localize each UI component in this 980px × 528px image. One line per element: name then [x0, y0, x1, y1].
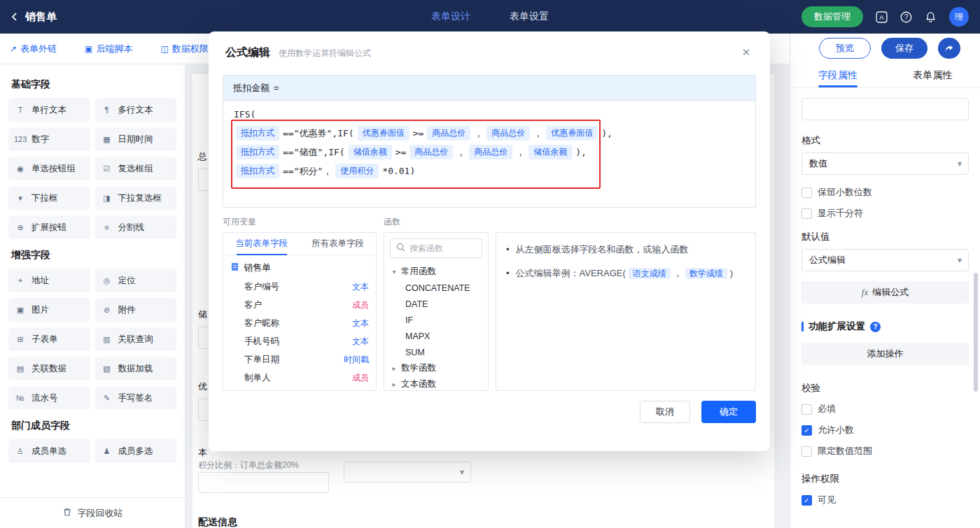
canvas-select[interactable] [344, 462, 471, 483]
variable-row[interactable]: 客户昵称文本 [223, 314, 376, 332]
field-button-single-line-text[interactable]: T单行文本 [8, 98, 90, 122]
field-button-linked-data[interactable]: ▤关联数据 [8, 357, 90, 380]
field-chip[interactable]: 商品总价 [410, 145, 453, 159]
edit-formula-button[interactable]: fx 编辑公式 [802, 281, 969, 304]
checkbox-required[interactable]: 必填 [802, 403, 969, 415]
tip-text: 从左侧面板选择字段名和函数，或输入函数 [516, 244, 689, 255]
checkbox-icon[interactable] [802, 495, 812, 506]
default-value-select[interactable]: 公式编辑 [802, 249, 969, 271]
language-icon[interactable]: A [876, 11, 888, 23]
field-chip[interactable]: 储值余额 [349, 145, 392, 159]
edit-formula-label: 编辑公式 [872, 286, 909, 299]
toolbar-item-backend-script[interactable]: ▣后端脚本 [85, 43, 132, 55]
function-item[interactable]: MAPX [384, 328, 488, 344]
field-chip[interactable]: 商品总价 [486, 126, 530, 141]
help-icon[interactable]: ? [900, 11, 912, 23]
field-button-dropdown[interactable]: ▾下拉框 [8, 186, 90, 210]
field-button-location[interactable]: ◎定位 [95, 269, 177, 292]
back-button[interactable]: 销售单 [0, 10, 57, 24]
field-button-subform[interactable]: ⊞子表单 [8, 327, 90, 351]
share-button[interactable] [938, 38, 960, 59]
variable-row[interactable]: 下单日期时间戳 [223, 350, 376, 369]
confirm-button[interactable]: 确定 [701, 401, 756, 423]
field-button-address[interactable]: ⌖地址 [8, 269, 90, 292]
function-item[interactable]: SUM [384, 344, 488, 360]
field-button-number[interactable]: 123数字 [8, 127, 90, 151]
formula-text: ), [575, 147, 587, 157]
bell-icon[interactable] [925, 11, 937, 23]
close-icon[interactable] [738, 44, 755, 61]
field-chip[interactable]: 抵扣方式 [236, 164, 279, 178]
data-manage-button[interactable]: 数据管理 [802, 6, 863, 27]
checkbox-visible[interactable]: 可见 [802, 494, 969, 506]
field-chip[interactable]: 优惠券面值 [358, 126, 410, 141]
field-button-datetime[interactable]: ▦日期时间 [95, 127, 177, 151]
tab-form-settings[interactable]: 表单设置 [510, 10, 549, 23]
checkbox-icon[interactable] [802, 208, 812, 219]
field-title-input[interactable] [802, 98, 969, 120]
field-button-member-single[interactable]: ♙成员单选 [8, 439, 90, 463]
tab-form-properties[interactable]: 表单属性 [886, 63, 980, 87]
function-item[interactable]: IF [384, 312, 488, 328]
field-chip[interactable]: 使用积分 [335, 164, 379, 178]
field-button-data-load[interactable]: ▧数据加载 [95, 357, 177, 380]
function-group-text[interactable]: ▸文本函数 [384, 376, 488, 391]
field-chip[interactable]: 商品总价 [427, 126, 470, 141]
toolbar-item-form-external-link[interactable]: ↗表单外链 [10, 43, 57, 55]
function-search[interactable] [390, 238, 482, 258]
checkbox-icon[interactable] [802, 425, 812, 436]
field-button-label: 复选框组 [118, 163, 153, 175]
field-button-checkbox-group[interactable]: ☑复选框组 [95, 157, 177, 180]
scrollbar[interactable] [974, 273, 978, 392]
field-chip[interactable]: 储值余额 [528, 145, 572, 159]
field-button-linked-query[interactable]: ▥关联查询 [95, 327, 177, 351]
function-group-common[interactable]: ▾常用函数 [384, 264, 488, 280]
field-button-serial-number[interactable]: №流水号 [8, 386, 90, 410]
field-button-extend-button[interactable]: ⊕扩展按钮 [8, 215, 90, 239]
form-tree-root[interactable]: 销售单 [223, 258, 376, 278]
tab-field-properties[interactable]: 字段属性 [790, 63, 886, 87]
tab-current-form-fields[interactable]: 当前表单字段 [223, 233, 300, 255]
tab-all-form-fields[interactable]: 所有表单字段 [300, 233, 376, 255]
checkbox-icon[interactable] [802, 446, 812, 457]
toolbar-item-data-permission[interactable]: ◫数据权限 [160, 43, 208, 55]
save-button[interactable]: 保存 [881, 38, 927, 59]
field-recycle-bin[interactable]: 字段回收站 [0, 497, 185, 528]
tab-form-design[interactable]: 表单设计 [431, 10, 470, 23]
add-action-button[interactable]: 添加操作 [802, 343, 969, 365]
preview-button[interactable]: 预览 [819, 38, 871, 59]
function-search-input[interactable] [410, 243, 476, 253]
modal-title: 公式编辑 [225, 45, 270, 60]
formula-editor[interactable]: IFS(抵扣方式=="优惠券",IF(优惠券面值>=商品总价，商品总价，优惠券面… [223, 101, 755, 207]
field-chip[interactable]: 抵扣方式 [236, 145, 279, 159]
checkbox-limit-range[interactable]: 限定数值范围 [802, 445, 969, 457]
function-item[interactable]: DATE [384, 296, 488, 312]
field-chip[interactable]: 商品总价 [469, 145, 512, 159]
field-chip[interactable]: 优惠券面值 [546, 126, 598, 141]
checkbox-icon[interactable] [802, 187, 812, 198]
format-select[interactable]: 数值 [802, 152, 969, 175]
points-input[interactable] [198, 472, 329, 493]
field-button-signature[interactable]: ✎手写签名 [95, 386, 177, 410]
variable-row[interactable]: 手机号码文本 [223, 332, 376, 350]
cancel-button[interactable]: 取消 [640, 401, 690, 423]
field-button-multi-line-text[interactable]: ¶多行文本 [95, 98, 177, 122]
function-item[interactable]: CONCATENATE [384, 280, 488, 296]
field-chip[interactable]: 抵扣方式 [236, 126, 279, 141]
function-group-math[interactable]: ▸数学函数 [384, 360, 488, 376]
field-button-attachment[interactable]: ⊘附件 [95, 298, 177, 322]
field-button-dropdown-multi[interactable]: ◨下拉复选框 [95, 186, 177, 210]
checkbox-allow-decimal[interactable]: 允许小数 [802, 424, 969, 436]
help-circle-icon[interactable] [870, 322, 881, 332]
checkbox-thousand-sep[interactable]: 显示千分符 [802, 207, 969, 220]
avatar[interactable]: 理 [949, 7, 969, 27]
field-button-member-multi[interactable]: ♟成员多选 [95, 439, 177, 463]
variable-row[interactable]: 制单人成员 [223, 369, 376, 387]
checkbox-keep-decimal[interactable]: 保留小数位数 [802, 186, 969, 199]
field-button-radio-group[interactable]: ◉单选按钮组 [8, 157, 90, 180]
field-button-image[interactable]: ▣图片 [8, 298, 90, 322]
variable-row[interactable]: 客户编号文本 [223, 278, 376, 296]
field-button-divider[interactable]: ≡分割线 [95, 215, 177, 239]
checkbox-icon[interactable] [802, 404, 812, 415]
variable-row[interactable]: 客户成员 [223, 296, 376, 314]
